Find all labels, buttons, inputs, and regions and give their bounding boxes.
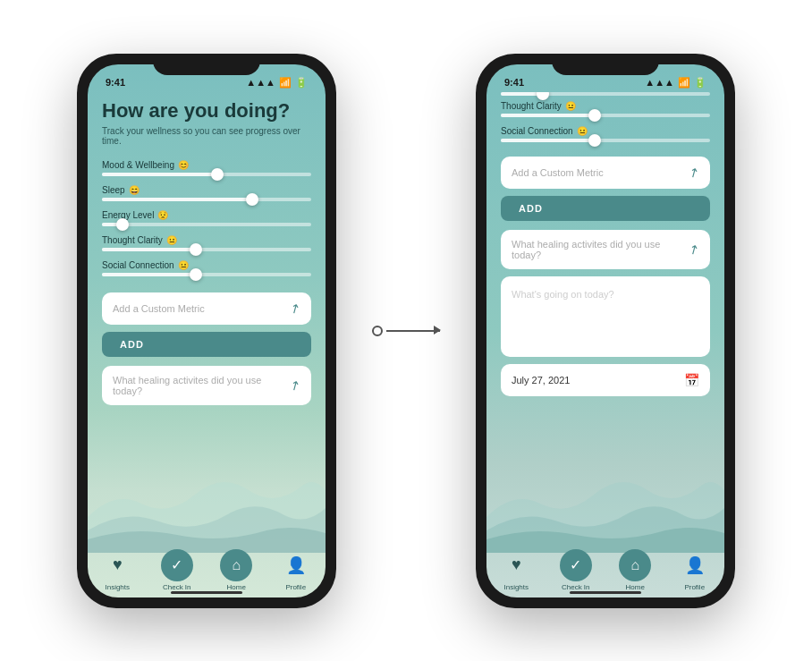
slider-energy[interactable] xyxy=(102,223,311,226)
metric-top-plain xyxy=(501,92,710,96)
custom-metric-placeholder-1: Add a Custom Metric xyxy=(113,303,205,314)
nav-home-label-1: Home xyxy=(227,583,246,591)
notch-1 xyxy=(153,54,260,75)
metric-social-label-2: Social Connection 😐 xyxy=(501,126,710,136)
phone-2-screen: 9:41 ▲▲▲ 📶 🔋 Though xyxy=(486,64,724,597)
heart-icon-2: ♥ xyxy=(500,549,532,581)
metric-sleep: Sleep 😄 xyxy=(102,185,311,201)
nav-insights-label-1: Insights xyxy=(105,583,130,591)
custom-metric-input-1[interactable]: Add a Custom Metric ↗ xyxy=(102,292,311,325)
add-button-2[interactable]: ADD xyxy=(501,196,710,221)
wifi-icon: 📶 xyxy=(279,77,292,89)
custom-metric-input-2[interactable]: Add a Custom Metric ↗ xyxy=(501,157,710,189)
metric-thought-label-2: Thought Clarity 😐 xyxy=(501,101,710,111)
nav-profile-label-2: Profile xyxy=(684,583,705,591)
nav-checkin-2[interactable]: ✓ Check In xyxy=(560,549,592,591)
arrow-line xyxy=(386,330,440,332)
nav-checkin-label-2: Check In xyxy=(562,583,590,591)
checkin-circle-2: ✓ xyxy=(560,549,592,581)
signal-icon-2: ▲▲▲ xyxy=(645,77,674,88)
mountain-bg-1 xyxy=(88,445,326,553)
battery-icon: 🔋 xyxy=(295,77,308,89)
arrow-head xyxy=(434,326,441,335)
nav-profile-1[interactable]: 👤 Profile xyxy=(280,549,312,591)
nav-checkin-1[interactable]: ✓ Check In xyxy=(161,549,193,591)
main-subtext: Track your wellness so you can see progr… xyxy=(102,126,311,146)
healing-input-2[interactable]: What healing activites did you use today… xyxy=(501,230,710,269)
status-icons-2: ▲▲▲ 📶 🔋 xyxy=(645,77,706,89)
healing-placeholder-2: What healing activites did you use today… xyxy=(512,239,689,260)
scene: 9:41 ▲▲▲ 📶 🔋 How are you doing? Track yo… xyxy=(0,0,812,661)
bottom-nav-2: ♥ Insights ✓ Check In ⌂ Home 👤 Profile xyxy=(486,544,724,597)
notch-2 xyxy=(552,54,659,75)
nav-home-1[interactable]: ⌂ Home xyxy=(220,549,252,591)
slider-sleep[interactable] xyxy=(102,198,311,201)
profile-icon-1: 👤 xyxy=(280,549,312,581)
nav-checkin-label-1: Check In xyxy=(163,583,191,591)
wifi-icon-2: 📶 xyxy=(678,77,690,89)
status-icons-1: ▲▲▲ 📶 🔋 xyxy=(246,77,308,89)
metric-social-2: Social Connection 😐 xyxy=(501,126,710,142)
metric-mood-label: Mood & Wellbeing 😊 xyxy=(102,160,311,170)
time-1: 9:41 xyxy=(106,77,125,88)
journal-textarea[interactable]: What's going on today? xyxy=(501,276,710,357)
battery-icon-2: 🔋 xyxy=(694,77,706,89)
add-button-1[interactable]: ADD xyxy=(102,332,311,357)
bottom-nav-1: ♥ Insights ✓ Check In ⌂ Home 👤 Profile xyxy=(88,544,326,597)
nav-profile-label-1: Profile xyxy=(285,583,306,591)
nav-profile-2[interactable]: 👤 Profile xyxy=(679,549,711,591)
signal-icon: ▲▲▲ xyxy=(246,77,275,88)
metric-social: Social Connection 😐 xyxy=(102,260,311,276)
custom-metric-placeholder-2: Add a Custom Metric xyxy=(512,167,604,178)
time-2: 9:41 xyxy=(504,77,524,88)
metric-sleep-label: Sleep 😄 xyxy=(102,185,311,195)
healing-placeholder-1: What healing activites did you use today… xyxy=(113,375,290,396)
slider-thought-2[interactable] xyxy=(501,114,710,117)
phone-2: 9:41 ▲▲▲ 📶 🔋 Though xyxy=(476,54,735,608)
metric-thought: Thought Clarity 😐 xyxy=(102,235,311,251)
calendar-icon: 📅 xyxy=(684,373,699,387)
home-circle-2: ⌂ xyxy=(619,549,651,581)
profile-icon-2: 👤 xyxy=(679,549,711,581)
checkin-circle-1: ✓ xyxy=(161,549,193,581)
slider-mood[interactable] xyxy=(102,173,311,176)
date-value: July 27, 2021 xyxy=(512,375,570,386)
nav-insights-1[interactable]: ♥ Insights xyxy=(101,549,133,591)
metric-mood: Mood & Wellbeing 😊 xyxy=(102,160,311,176)
metric-energy: Energy Level 😟 xyxy=(102,210,311,226)
phone-1-screen: 9:41 ▲▲▲ 📶 🔋 How are you doing? Track yo… xyxy=(88,64,326,597)
main-heading: How are you doing? xyxy=(102,99,311,123)
nav-insights-2[interactable]: ♥ Insights xyxy=(500,549,532,591)
slider-top-plain[interactable] xyxy=(501,92,710,96)
nav-home-label-2: Home xyxy=(626,583,645,591)
healing-input-1[interactable]: What healing activites did you use today… xyxy=(102,366,311,405)
metric-social-label: Social Connection 😐 xyxy=(102,260,311,270)
slider-thought[interactable] xyxy=(102,248,311,251)
journal-placeholder: What's going on today? xyxy=(512,289,614,300)
metric-thought-label: Thought Clarity 😐 xyxy=(102,235,311,245)
home-circle-1: ⌂ xyxy=(220,549,252,581)
arrow-connector xyxy=(372,326,440,336)
metric-thought-2: Thought Clarity 😐 xyxy=(501,101,710,117)
trending-icon-2: ↗ xyxy=(686,164,702,182)
heart-icon-1: ♥ xyxy=(101,549,133,581)
mountain-bg-2 xyxy=(486,445,724,553)
nav-insights-label-2: Insights xyxy=(503,583,529,591)
phone-1: 9:41 ▲▲▲ 📶 🔋 How are you doing? Track yo… xyxy=(77,54,336,608)
arrow-circle xyxy=(372,326,383,336)
slider-social[interactable] xyxy=(102,273,311,276)
nav-home-2[interactable]: ⌂ Home xyxy=(619,549,651,591)
metric-energy-label: Energy Level 😟 xyxy=(102,210,311,220)
trending-icon-1: ↗ xyxy=(287,300,303,318)
slider-social-2[interactable] xyxy=(501,139,710,142)
date-input[interactable]: July 27, 2021 📅 xyxy=(501,364,710,396)
